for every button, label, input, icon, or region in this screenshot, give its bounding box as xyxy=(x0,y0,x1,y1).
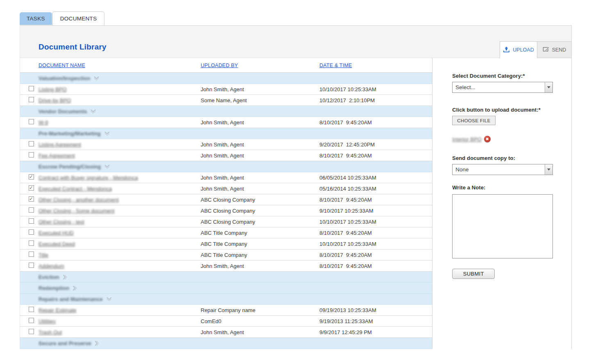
document-row: Fee AgreementJohn Smith, Agent8/10/2017 … xyxy=(20,150,432,161)
date-time: 9/10/2017 10:25:33AM xyxy=(319,208,432,214)
row-checkbox[interactable] xyxy=(29,152,34,157)
row-checkbox[interactable] xyxy=(29,252,34,257)
column-header-date-time[interactable]: DATE & TIME xyxy=(319,63,352,68)
send-copy-select[interactable]: None xyxy=(452,164,553,175)
upload-button[interactable]: UPLOAD xyxy=(500,41,537,58)
row-checkbox[interactable] xyxy=(29,86,34,91)
uploaded-by: ABC Title Company xyxy=(201,252,319,258)
note-textarea[interactable] xyxy=(452,194,553,258)
send-copy-label: Send document copy to: xyxy=(452,155,571,161)
date-time: 10/10/2017 10:25:33AM xyxy=(319,219,432,225)
row-checkbox[interactable] xyxy=(29,196,34,202)
send-button[interactable]: SEND xyxy=(537,41,572,58)
document-name-link[interactable]: Fee Agreement xyxy=(38,153,75,159)
row-checkbox[interactable] xyxy=(29,240,34,246)
document-name-link[interactable]: Title xyxy=(38,252,48,258)
document-table: DOCUMENT NAME UPLOADED BY DATE & TIME Va… xyxy=(20,58,432,349)
date-time: 06/05/2014 10:25:33AM xyxy=(319,175,432,181)
category-label: Escrow Pending/Closing xyxy=(38,164,101,170)
table-header-row: DOCUMENT NAME UPLOADED BY DATE & TIME xyxy=(20,58,432,73)
category-row[interactable]: Secure and Preserve xyxy=(20,338,432,349)
uploaded-by: John Smith, Agent xyxy=(201,142,319,148)
document-name-link[interactable]: Executed Deed xyxy=(38,241,75,247)
row-checkbox[interactable] xyxy=(29,174,34,180)
document-row: TitleABC Title Company8/10/2017 9:45:20A… xyxy=(20,249,432,261)
submit-button[interactable]: SUBMIT xyxy=(452,269,495,279)
document-name-link[interactable]: Listing Agreement xyxy=(38,142,81,148)
category-select[interactable]: Select... xyxy=(452,82,553,93)
category-row[interactable]: Pre-Marketing/Marketing xyxy=(20,128,432,139)
category-row[interactable]: Escrow Pending/Closing xyxy=(20,161,432,172)
document-name-link[interactable]: Listing BPO xyxy=(38,86,67,92)
tab-tasks[interactable]: TASKS xyxy=(20,12,52,25)
document-name-link[interactable]: Trash Out xyxy=(38,329,62,335)
document-name-link[interactable]: Utilities xyxy=(38,318,56,324)
document-row: Other Closing - Some documentABC Closing… xyxy=(20,205,432,216)
row-checkbox[interactable] xyxy=(29,207,34,213)
row-checkbox[interactable] xyxy=(29,97,34,102)
upload-sidebar: Select Document Category:* Select... Cli… xyxy=(432,58,571,349)
uploaded-by: ComEd0 xyxy=(201,318,319,324)
row-checkbox[interactable] xyxy=(29,218,34,224)
document-name-link[interactable]: Other Closing - Some document xyxy=(38,208,115,214)
chevron-down-icon xyxy=(104,131,110,136)
tab-documents[interactable]: DOCUMENTS xyxy=(52,11,105,25)
date-time: 8/10/2017 9:45:20AM xyxy=(319,119,432,126)
document-name-link[interactable]: Repair Estimate xyxy=(38,307,76,313)
document-row: AddendumJohn Smith, Agent8/10/2017 9:45:… xyxy=(20,261,432,272)
chevron-down-icon xyxy=(104,164,110,169)
chevron-right-icon xyxy=(95,340,99,346)
document-row: Executed DeedABC Title Company10/10/2017… xyxy=(20,238,432,249)
row-checkbox[interactable] xyxy=(29,263,34,268)
uploaded-by: John Smith, Agent xyxy=(201,119,319,126)
chevron-right-icon xyxy=(63,274,67,280)
row-checkbox[interactable] xyxy=(29,307,34,312)
document-name-link[interactable]: Other Closing - another document xyxy=(38,197,119,203)
document-name-link[interactable]: W-9 xyxy=(38,119,48,126)
column-header-uploaded-by[interactable]: UPLOADED BY xyxy=(201,63,238,68)
column-header-document-name[interactable]: DOCUMENT NAME xyxy=(38,63,85,68)
row-checkbox[interactable] xyxy=(29,229,34,235)
uploaded-by: ABC Closing Company xyxy=(201,219,319,225)
row-checkbox[interactable] xyxy=(29,329,34,334)
chevron-down-icon[interactable] xyxy=(545,82,552,92)
date-time: 8/10/2017 9:45:20AM xyxy=(319,153,432,159)
uploaded-by: ABC Title Company xyxy=(201,241,319,247)
row-checkbox[interactable] xyxy=(29,141,34,146)
document-table-body: Valuation/InspectionListing BPOJohn Smit… xyxy=(20,73,432,349)
uploaded-by: Some Name, Agent xyxy=(201,97,319,103)
category-row[interactable]: Repairs and Maintenance xyxy=(20,294,432,305)
category-row[interactable]: Eviction xyxy=(20,272,432,283)
document-name-link[interactable]: Contract with Buyer signature - Mendonca xyxy=(38,175,138,181)
category-row[interactable]: Valuation/Inspection xyxy=(20,73,432,84)
uploaded-by: John Smith, Agent xyxy=(201,329,319,335)
remove-file-icon[interactable]: ✖ xyxy=(484,136,491,142)
uploaded-by: John Smith, Agent xyxy=(201,175,319,181)
date-time: 10/10/2017 10:25:33AM xyxy=(319,86,432,92)
document-row: Listing BPOJohn Smith, Agent10/10/2017 1… xyxy=(20,84,432,95)
document-name-link[interactable]: Executed Contract - Mendonca xyxy=(38,186,112,192)
row-checkbox[interactable] xyxy=(29,185,34,191)
category-label: Pre-Marketing/Marketing xyxy=(38,130,101,137)
document-name-link[interactable]: Executed HUD xyxy=(38,230,74,236)
date-time: 8/10/2017 9:45:20AM xyxy=(319,263,432,269)
choose-file-button[interactable]: CHOOSE FILE xyxy=(452,116,496,125)
note-label: Write a Note: xyxy=(452,184,571,191)
row-checkbox[interactable] xyxy=(29,318,34,323)
document-row: Listing AgreementJohn Smith, Agent9/20/2… xyxy=(20,139,432,150)
category-row[interactable]: Redemption xyxy=(20,283,432,294)
chevron-down-icon[interactable] xyxy=(545,164,552,175)
document-name-link[interactable]: Drive-by BPO xyxy=(38,97,71,103)
category-row[interactable]: Vendor Documents xyxy=(20,106,432,117)
document-name-link[interactable]: Other Closing - test xyxy=(38,219,84,225)
date-time: 10/12/2017 2:10:10PM xyxy=(319,97,432,103)
attached-file-name[interactable]: Interior BPO xyxy=(452,136,482,142)
document-row: Trash OutJohn Smith, Agent9/9/2017 12:45… xyxy=(20,327,432,338)
uploaded-by: John Smith, Agent xyxy=(201,186,319,192)
document-row: Drive-by BPOSome Name, Agent10/12/2017 2… xyxy=(20,95,432,106)
document-name-link[interactable]: Addendum xyxy=(38,263,64,269)
attached-file-chip: Interior BPO ✖ xyxy=(452,136,571,142)
date-time: 9/19/2013 11:25:33AM xyxy=(319,318,432,324)
panel-body: DOCUMENT NAME UPLOADED BY DATE & TIME Va… xyxy=(20,58,571,349)
row-checkbox[interactable] xyxy=(29,119,34,124)
